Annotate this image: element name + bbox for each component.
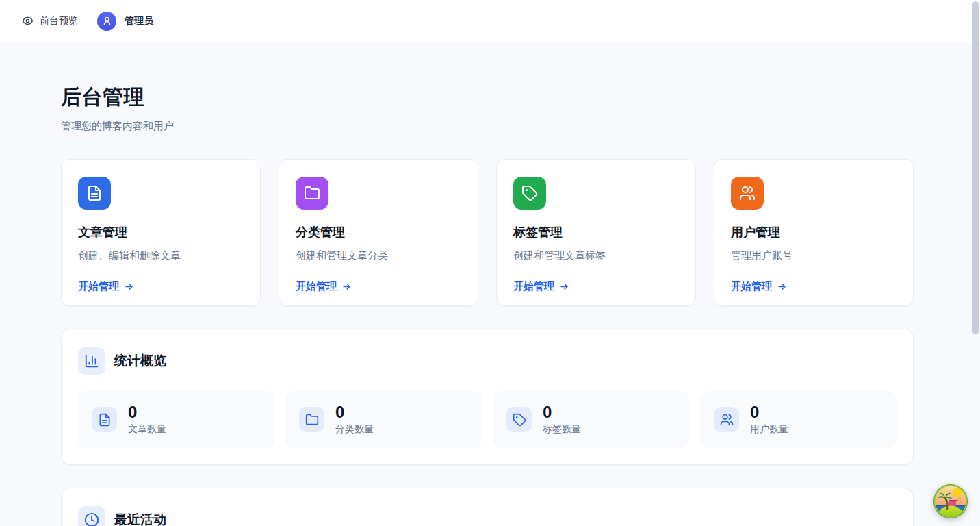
stat-articles: 0 文章数量 <box>78 391 274 448</box>
card-description: 创建、编辑和删除文章 <box>78 249 244 262</box>
card-description: 创建和管理文章标签 <box>513 249 679 262</box>
folder-icon <box>299 407 324 432</box>
avatar <box>97 12 116 31</box>
card-categories: 分类管理 创建和管理文章分类 开始管理 <box>279 159 478 306</box>
island-logo-widget[interactable] <box>933 484 968 519</box>
card-description: 管理用户账号 <box>731 249 897 262</box>
clock-icon <box>78 506 105 526</box>
recent-activity-section: 最近活动 <box>61 488 914 526</box>
card-title: 用户管理 <box>731 224 897 240</box>
manage-tags-link[interactable]: 开始管理 <box>513 280 679 293</box>
card-users: 用户管理 管理用户账号 开始管理 <box>714 159 914 306</box>
frontend-preview-button[interactable]: 前台预览 <box>22 15 78 27</box>
card-title: 分类管理 <box>296 224 461 240</box>
stat-label: 用户数量 <box>750 423 788 436</box>
stat-value: 0 <box>128 403 166 421</box>
stat-value: 0 <box>335 403 374 421</box>
manage-users-link[interactable]: 开始管理 <box>731 280 897 293</box>
page-title: 后台管理 <box>61 84 914 112</box>
card-tags: 标签管理 创建和管理文章标签 开始管理 <box>496 159 696 306</box>
stat-label: 标签数量 <box>543 423 581 436</box>
link-label: 开始管理 <box>78 280 119 293</box>
users-icon <box>714 407 739 432</box>
management-cards: 文章管理 创建、编辑和删除文章 开始管理 分类管理 创建和管理文章分类 开始管理… <box>61 159 914 306</box>
stats-header: 统计概览 <box>78 347 897 375</box>
page-subtitle: 管理您的博客内容和用户 <box>61 120 914 133</box>
arrow-right-icon <box>124 281 134 292</box>
arrow-right-icon <box>777 281 787 292</box>
stat-users: 0 用户数量 <box>700 391 897 448</box>
stat-label: 分类数量 <box>335 423 374 436</box>
activity-header: 最近活动 <box>78 506 897 526</box>
stat-tags: 0 标签数量 <box>493 391 689 448</box>
stat-label: 文章数量 <box>128 423 166 436</box>
file-text-icon <box>78 177 111 210</box>
frontend-preview-label: 前台预览 <box>40 15 78 27</box>
admin-dashboard: 后台管理 管理您的博客内容和用户 文章管理 创建、编辑和删除文章 开始管理 分类… <box>0 42 914 526</box>
card-articles: 文章管理 创建、编辑和删除文章 开始管理 <box>61 159 261 306</box>
card-title: 标签管理 <box>513 224 679 240</box>
stat-categories: 0 分类数量 <box>285 391 482 448</box>
manage-categories-link[interactable]: 开始管理 <box>296 280 461 293</box>
tag-icon <box>506 407 532 432</box>
arrow-right-icon <box>559 281 569 292</box>
bar-chart-icon <box>78 347 105 375</box>
arrow-right-icon <box>341 281 352 292</box>
user-icon <box>102 16 112 26</box>
stats-overview-section: 统计概览 0 文章数量 0 分类数量 <box>61 329 914 465</box>
stats-grid: 0 文章数量 0 分类数量 0 标签数量 <box>78 391 897 448</box>
stats-title: 统计概览 <box>114 352 166 370</box>
file-text-icon <box>92 407 117 432</box>
manage-articles-link[interactable]: 开始管理 <box>78 280 244 293</box>
eye-icon <box>22 15 34 27</box>
card-title: 文章管理 <box>78 224 244 240</box>
users-icon <box>731 177 764 210</box>
link-label: 开始管理 <box>513 280 554 293</box>
tag-icon <box>513 177 546 210</box>
link-label: 开始管理 <box>731 280 772 293</box>
folder-icon <box>296 177 328 210</box>
admin-user[interactable]: 管理员 <box>97 12 153 31</box>
admin-label: 管理员 <box>125 15 153 27</box>
stat-value: 0 <box>543 403 581 421</box>
activity-title: 最近活动 <box>114 511 166 526</box>
island-illustration <box>933 484 968 519</box>
card-description: 创建和管理文章分类 <box>296 249 461 262</box>
link-label: 开始管理 <box>296 280 337 293</box>
topbar: 前台预览 管理员 <box>0 0 980 42</box>
stat-value: 0 <box>750 403 788 421</box>
vertical-scrollbar[interactable] <box>972 1 979 334</box>
